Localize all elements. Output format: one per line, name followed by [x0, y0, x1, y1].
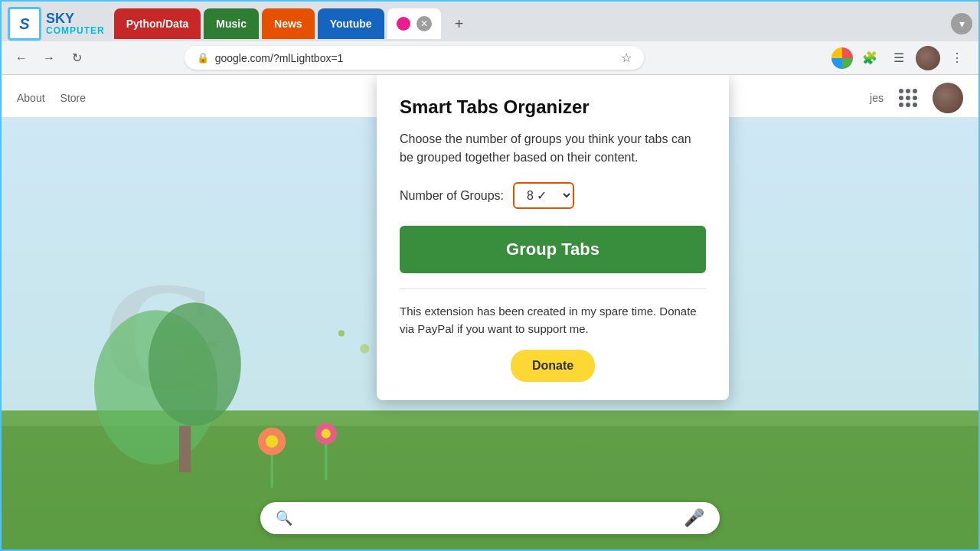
tab-youtube[interactable]: Youtube: [318, 8, 384, 39]
address-bar: ← → ↻ 🔒 google.com/?mlLightbox=1 ☆ 🧩 ☰ ⋮: [2, 41, 978, 75]
active-tab-dot: [397, 17, 410, 31]
search-bar[interactable]: 🔍 🎤: [260, 502, 720, 534]
popup-divider: [400, 289, 706, 289]
svg-point-8: [266, 435, 278, 448]
svg-point-5: [149, 302, 241, 425]
grid-dot-2: [906, 89, 910, 93]
groups-label: Number of Groups:: [400, 189, 504, 203]
tab-python-label: Python/Data: [126, 18, 189, 30]
tab-active[interactable]: ✕: [387, 8, 441, 39]
browser-logo: S SKY COMPUTER: [8, 7, 105, 41]
svg-point-13: [360, 344, 369, 354]
search-icon: 🔍: [276, 510, 292, 527]
tab-music-label: Music: [216, 18, 247, 30]
donate-button[interactable]: Donate: [511, 350, 595, 382]
popup-title: Smart Tabs Organizer: [400, 96, 706, 118]
playlist-icon-button[interactable]: ☰: [887, 46, 911, 70]
popup-footer-text: This extension has been created in my sp…: [400, 303, 706, 337]
nav-right-text: jes: [870, 89, 884, 107]
grid-dot-3: [913, 89, 917, 93]
browser-frame: S SKY COMPUTER Python/Data Music News Yo…: [0, 0, 980, 551]
sky-s-letter: S: [19, 15, 29, 33]
tab-bar: S SKY COMPUTER Python/Data Music News Yo…: [2, 2, 978, 41]
bookmark-icon[interactable]: ☆: [621, 51, 632, 65]
grid-dot-6: [913, 96, 917, 100]
google-apps-grid[interactable]: [899, 89, 917, 107]
url-text: google.com/?mlLightbox=1: [215, 52, 615, 64]
microphone-icon[interactable]: 🎤: [684, 508, 704, 528]
sky-text: SKY COMPUTER: [46, 11, 105, 37]
reload-button[interactable]: ↻: [66, 47, 87, 69]
svg-point-14: [338, 330, 345, 336]
nav-about[interactable]: About: [17, 89, 45, 107]
profile-avatar[interactable]: [916, 46, 940, 70]
grid-dot-4: [899, 96, 903, 100]
grid-dot-8: [906, 103, 910, 107]
google-profile-avatar[interactable]: [933, 83, 963, 113]
new-tab-button[interactable]: +: [447, 11, 472, 36]
puzzle-icon-button[interactable]: 🧩: [858, 46, 882, 70]
group-tabs-button[interactable]: Group Tabs: [400, 226, 706, 273]
nav-store[interactable]: Store: [60, 89, 86, 107]
toolbar-right: 🧩 ☰ ⋮: [831, 46, 969, 70]
tab-python[interactable]: Python/Data: [114, 8, 201, 39]
search-input[interactable]: [302, 511, 675, 525]
svg-rect-6: [179, 426, 191, 473]
tab-news-label: News: [274, 18, 302, 30]
url-bar[interactable]: 🔒 google.com/?mlLightbox=1 ☆: [185, 46, 644, 70]
back-button[interactable]: ←: [11, 47, 32, 69]
tab-close-button[interactable]: ✕: [416, 16, 432, 31]
more-menu-button[interactable]: ⋮: [945, 46, 969, 70]
extension-popup: Smart Tabs Organizer Choose the number o…: [377, 75, 729, 400]
popup-description: Choose the number of groups you think yo…: [400, 130, 706, 167]
groups-select[interactable]: 2 3 4 5 6 7 8 ✓ 9 10: [513, 182, 574, 209]
tab-music[interactable]: Music: [204, 8, 259, 39]
sky-icon: S: [8, 7, 41, 41]
lock-icon: 🔒: [197, 52, 209, 64]
grid-dot-5: [906, 96, 910, 100]
grid-dot-9: [913, 103, 917, 107]
extensions-multicolor-button[interactable]: [831, 47, 853, 69]
computer-label: COMPUTER: [46, 26, 105, 36]
tab-dropdown-button[interactable]: ▾: [951, 13, 972, 34]
sky-label: SKY: [46, 11, 105, 27]
groups-row: Number of Groups: 2 3 4 5 6 7 8 ✓ 9 10: [400, 182, 706, 209]
svg-point-11: [322, 429, 331, 439]
grid-dot-7: [899, 103, 903, 107]
forward-button[interactable]: →: [38, 47, 60, 69]
page-content: About Store jes: [2, 75, 978, 549]
tab-news[interactable]: News: [262, 8, 315, 39]
grid-dot-1: [899, 89, 903, 93]
tab-youtube-label: Youtube: [330, 18, 372, 30]
